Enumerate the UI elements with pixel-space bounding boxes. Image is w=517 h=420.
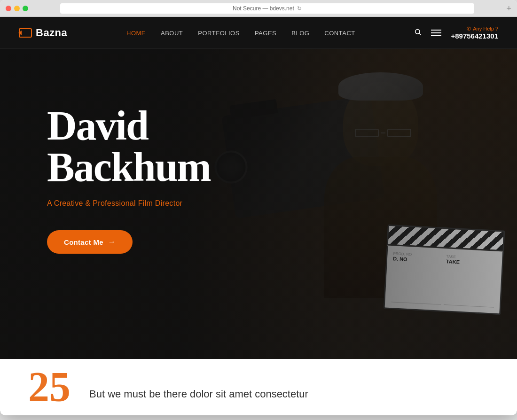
phone-number: +89756421301 xyxy=(451,32,498,40)
navbar: Bazna HOME ABOUT PORTFOLIOS PAGES BLOG C… xyxy=(0,17,517,49)
nav-menu: HOME ABOUT PORTFOLIOS PAGES BLOG CONTACT xyxy=(126,29,355,37)
nav-item-home[interactable]: HOME xyxy=(126,29,146,37)
maximize-button[interactable] xyxy=(23,6,28,11)
search-button[interactable] xyxy=(414,28,422,38)
hero-subtitle: A Creative & Professional Film Director xyxy=(47,199,470,208)
nav-item-contact[interactable]: CONTACT xyxy=(324,29,355,37)
reload-icon[interactable]: ↻ xyxy=(297,5,302,12)
any-help-text: ✆ Any Help ? xyxy=(451,26,498,32)
hero-title-line2: Backhum xyxy=(47,144,211,190)
hamburger-line xyxy=(431,30,441,31)
nav-item-blog[interactable]: BLOG xyxy=(291,29,309,37)
hero-section: PROD. NO D. NO TAKE TAKE xyxy=(0,49,517,359)
svg-line-1 xyxy=(419,33,421,35)
below-fold-section: 25 But we must be there dolor sit amet c… xyxy=(0,359,517,415)
nav-item-pages[interactable]: PAGES xyxy=(255,29,276,37)
address-bar[interactable]: Not Secure — bdevs.net ↻ xyxy=(60,3,474,14)
big-number: 25 xyxy=(28,366,70,408)
cta-label: Contact Me xyxy=(64,238,103,246)
logo[interactable]: Bazna xyxy=(19,27,67,39)
url-text: Not Secure — bdevs.net xyxy=(233,5,294,12)
contact-info: ✆ Any Help ? +89756421301 xyxy=(451,26,498,40)
nav-item-about[interactable]: ABOUT xyxy=(161,29,183,37)
hero-content: David Backhum A Creative & Professional … xyxy=(0,49,517,310)
contact-me-button[interactable]: Contact Me → xyxy=(47,230,133,254)
close-button[interactable] xyxy=(6,6,11,11)
traffic-lights xyxy=(6,6,28,11)
logo-text: Bazna xyxy=(36,27,67,39)
browser-titlebar: Not Secure — bdevs.net ↻ + xyxy=(0,0,517,17)
browser-window: Not Secure — bdevs.net ↻ + Bazna HOME AB… xyxy=(0,0,517,415)
nav-right: ✆ Any Help ? +89756421301 xyxy=(414,26,498,40)
cta-arrow-icon: → xyxy=(108,238,116,246)
nav-item-portfolios[interactable]: PORTFOLIOS xyxy=(198,29,240,37)
svg-point-0 xyxy=(415,29,420,33)
below-fold-description: But we must be there dolor sit amet cons… xyxy=(89,374,308,400)
hamburger-line xyxy=(431,35,441,36)
logo-icon xyxy=(19,28,32,38)
hamburger-button[interactable] xyxy=(431,30,441,36)
minimize-button[interactable] xyxy=(14,6,20,11)
hero-title: David Backhum xyxy=(47,105,470,188)
new-tab-button[interactable]: + xyxy=(506,4,511,13)
hamburger-line xyxy=(431,32,441,33)
hero-title-line1: David xyxy=(47,103,148,148)
website: Bazna HOME ABOUT PORTFOLIOS PAGES BLOG C… xyxy=(0,17,517,415)
